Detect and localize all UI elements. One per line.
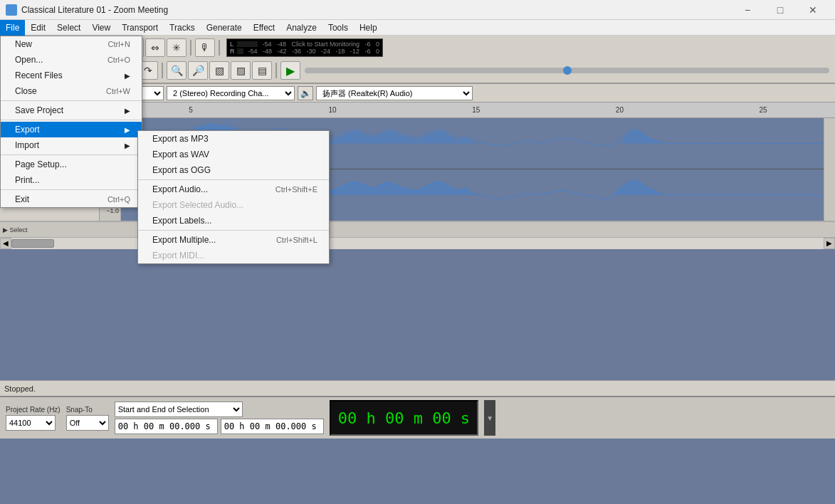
menu-tracks[interactable]: Tracks bbox=[164, 20, 201, 36]
window-controls: − □ ✕ bbox=[731, 0, 829, 20]
select-label: ▶ Select bbox=[3, 226, 28, 233]
snap-to-label: Snap-To bbox=[66, 406, 109, 414]
speaker-icon: 🔈 bbox=[298, 86, 313, 100]
export-audio[interactable]: Export Audio...Ctrl+Shift+E bbox=[138, 182, 329, 197]
track-select-bar: ▶ Select bbox=[0, 221, 835, 237]
menu-select[interactable]: Select bbox=[51, 20, 86, 36]
file-print[interactable]: Print... bbox=[1, 172, 142, 188]
mark-15: 15 bbox=[472, 106, 480, 114]
menu-help[interactable]: Help bbox=[354, 20, 383, 36]
vu-r-label: R bbox=[230, 48, 236, 55]
scroll-right-button[interactable]: ▶ bbox=[824, 238, 835, 249]
export-multiple[interactable]: Export Multiple...Ctrl+Shift+L bbox=[138, 232, 329, 248]
menubar: File Edit Select View Transport Tracks G… bbox=[0, 20, 835, 36]
scale-neg-1-0: −1.0 bbox=[106, 207, 119, 214]
vu-scale-l: -54 -48 Click to Start Monitoring -6 0 bbox=[259, 41, 379, 48]
playback-slider[interactable] bbox=[305, 68, 829, 73]
playback-slider-area bbox=[302, 68, 832, 73]
menu-effect[interactable]: Effect bbox=[248, 20, 280, 36]
export-midi: Export MIDI... bbox=[138, 248, 329, 263]
channels-select[interactable]: 2 (Stereo) Recording Cha... bbox=[167, 86, 295, 100]
menu-sep-3 bbox=[1, 154, 142, 155]
vu-l-label: L bbox=[230, 41, 236, 48]
selection-group: Start and End of Selection 00 h 00 m 00.… bbox=[115, 401, 324, 434]
horizontal-scrollbar[interactable]: ◀ ▶ bbox=[0, 237, 835, 248]
vu-row-l: L -54 -48 Click to Start Monitoring -6 0 bbox=[230, 41, 379, 48]
file-open[interactable]: Open...Ctrl+O bbox=[1, 52, 142, 68]
menu-transport[interactable]: Transport bbox=[116, 20, 164, 36]
statusbar: Stopped. bbox=[0, 380, 835, 396]
vu-bar-r bbox=[237, 48, 243, 54]
mark-20: 20 bbox=[616, 106, 624, 114]
vertical-scrollbar[interactable] bbox=[824, 118, 835, 221]
export-ogg[interactable]: Export as OGG bbox=[138, 162, 329, 178]
export-sep-2 bbox=[138, 230, 329, 231]
project-rate-label: Project Rate (Hz) bbox=[6, 406, 61, 414]
menu-edit[interactable]: Edit bbox=[25, 20, 51, 36]
zoom-fit-button[interactable]: ▧ bbox=[209, 61, 229, 80]
menu-sep-1 bbox=[1, 100, 142, 101]
close-button[interactable]: ✕ bbox=[797, 0, 829, 20]
zoom-fit2-button[interactable]: ▨ bbox=[231, 61, 251, 80]
scroll-left-button[interactable]: ◀ bbox=[0, 238, 11, 249]
scrollbar-thumb[interactable] bbox=[11, 239, 54, 248]
export-submenu: Export as MP3 Export as WAV Export as OG… bbox=[137, 130, 330, 264]
file-export[interactable]: Export▶ bbox=[1, 122, 142, 137]
time-end-input[interactable]: 00 h 00 m 00.000 s bbox=[221, 419, 324, 434]
mark-25: 25 bbox=[760, 106, 767, 114]
maximize-button[interactable]: □ bbox=[764, 0, 797, 20]
selection-type-select[interactable]: Start and End of Selection bbox=[115, 401, 243, 417]
mark-5: 5 bbox=[189, 106, 193, 114]
file-page-setup[interactable]: Page Setup... bbox=[1, 157, 142, 172]
playback-thumb[interactable] bbox=[563, 66, 572, 75]
export-selected-audio: Export Selected Audio... bbox=[138, 197, 329, 213]
status-text: Stopped. bbox=[4, 384, 36, 393]
vu-meter: L -54 -48 Click to Start Monitoring -6 0… bbox=[226, 38, 383, 57]
time-dropdown-arrow[interactable]: ▼ bbox=[484, 400, 495, 436]
project-rate-select[interactable]: 44100 bbox=[6, 415, 56, 431]
big-time-display: 00 h 00 m 00 s bbox=[330, 400, 478, 436]
vu-row-r: R -54 -48 -42 -36 -30 -24 -18 -12 -6 0 bbox=[230, 48, 379, 55]
menu-sep-2 bbox=[1, 120, 142, 120]
menu-tools[interactable]: Tools bbox=[322, 20, 354, 36]
titlebar: Classical Literature 01 - Zoom Meeting −… bbox=[0, 0, 835, 20]
bottom-controls: Project Rate (Hz) 44100 Snap-To Off Star… bbox=[0, 396, 835, 439]
file-recent-files[interactable]: Recent Files▶ bbox=[1, 68, 142, 83]
export-wav[interactable]: Export as WAV bbox=[138, 147, 329, 162]
vu-scale-r: -54 -48 -42 -36 -30 -24 -18 -12 -6 0 bbox=[245, 48, 379, 55]
input-vol-button[interactable]: 🎙 bbox=[195, 38, 215, 57]
menu-sep-4 bbox=[1, 189, 142, 190]
zoom-in2-button[interactable]: 🔍 bbox=[167, 61, 187, 80]
file-new[interactable]: NewCtrl+N bbox=[1, 36, 142, 52]
project-rate-group: Project Rate (Hz) 44100 bbox=[6, 406, 61, 431]
file-menu: NewCtrl+N Open...Ctrl+O Recent Files▶ Cl… bbox=[0, 36, 142, 208]
menu-analyze[interactable]: Analyze bbox=[280, 20, 322, 36]
export-labels[interactable]: Export Labels... bbox=[138, 213, 329, 229]
zoom-out-button[interactable]: ⇔ bbox=[145, 38, 165, 57]
app-icon bbox=[6, 4, 17, 16]
snap-to-select[interactable]: Off bbox=[66, 415, 109, 431]
zoom-out2-button[interactable]: 🔎 bbox=[188, 61, 208, 80]
zoom-custom-button[interactable]: ▤ bbox=[252, 61, 272, 80]
zoom-sel-button[interactable]: ✳ bbox=[167, 38, 187, 57]
menu-view[interactable]: View bbox=[86, 20, 116, 36]
window-title: Classical Literature 01 - Zoom Meeting bbox=[21, 5, 731, 15]
file-save-project[interactable]: Save Project▶ bbox=[1, 103, 142, 118]
empty-area bbox=[0, 323, 835, 380]
menu-file[interactable]: File bbox=[0, 20, 25, 36]
menu-generate[interactable]: Generate bbox=[201, 20, 248, 36]
scrollbar-track[interactable] bbox=[11, 238, 824, 249]
toolbar-separator-3 bbox=[190, 40, 191, 56]
speaker-select[interactable]: 扬声器 (Realtek(R) Audio) bbox=[316, 86, 473, 100]
toolbar-separator-6 bbox=[162, 63, 163, 78]
minimize-button[interactable]: − bbox=[731, 0, 764, 20]
vu-bar-l bbox=[237, 41, 258, 47]
play-button[interactable]: ▶ bbox=[280, 61, 300, 80]
time-start-input[interactable]: 00 h 00 m 00.000 s bbox=[115, 419, 218, 434]
file-import[interactable]: Import▶ bbox=[1, 137, 142, 153]
export-mp3[interactable]: Export as MP3 bbox=[138, 131, 329, 147]
file-exit[interactable]: ExitCtrl+Q bbox=[1, 191, 142, 207]
time-inputs: 00 h 00 m 00.000 s 00 h 00 m 00.000 s bbox=[115, 419, 324, 434]
file-close[interactable]: CloseCtrl+W bbox=[1, 83, 142, 99]
timeline-marks: 5 10 15 20 25 bbox=[121, 106, 835, 114]
